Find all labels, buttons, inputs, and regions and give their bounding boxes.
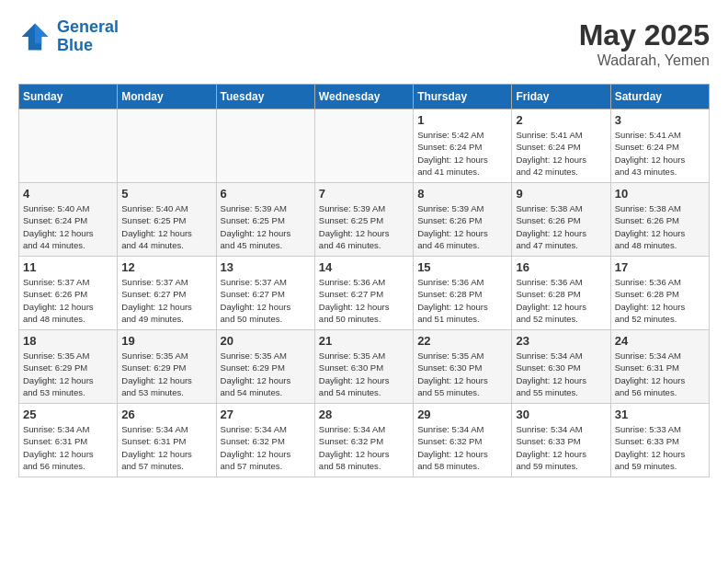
day-number: 16: [516, 260, 606, 274]
calendar-cell: 15Sunrise: 5:36 AM Sunset: 6:28 PM Dayli…: [414, 257, 512, 330]
calendar-week-row: 11Sunrise: 5:37 AM Sunset: 6:26 PM Dayli…: [19, 257, 710, 330]
day-info: Sunrise: 5:37 AM Sunset: 6:27 PM Dayligh…: [221, 276, 311, 325]
calendar-week-row: 4Sunrise: 5:40 AM Sunset: 6:24 PM Daylig…: [19, 183, 710, 257]
day-info: Sunrise: 5:37 AM Sunset: 6:26 PM Dayligh…: [23, 276, 113, 325]
calendar-cell: 25Sunrise: 5:34 AM Sunset: 6:31 PM Dayli…: [19, 404, 118, 477]
calendar-cell: 8Sunrise: 5:39 AM Sunset: 6:26 PM Daylig…: [414, 183, 512, 257]
day-info: Sunrise: 5:34 AM Sunset: 6:33 PM Dayligh…: [516, 423, 606, 472]
day-number: 21: [319, 334, 409, 348]
day-number: 8: [417, 187, 507, 201]
column-header-thursday: Thursday: [414, 85, 512, 109]
day-number: 1: [417, 113, 507, 127]
calendar-cell: 14Sunrise: 5:36 AM Sunset: 6:27 PM Dayli…: [314, 257, 413, 330]
day-info: Sunrise: 5:33 AM Sunset: 6:33 PM Dayligh…: [615, 423, 705, 472]
day-info: Sunrise: 5:35 AM Sunset: 6:29 PM Dayligh…: [121, 350, 211, 398]
calendar-cell: 31Sunrise: 5:33 AM Sunset: 6:33 PM Dayli…: [610, 404, 709, 477]
svg-marker-1: [35, 23, 48, 43]
calendar-cell: 9Sunrise: 5:38 AM Sunset: 6:26 PM Daylig…: [512, 183, 610, 257]
day-info: Sunrise: 5:38 AM Sunset: 6:26 PM Dayligh…: [516, 202, 606, 251]
day-info: Sunrise: 5:35 AM Sunset: 6:30 PM Dayligh…: [417, 350, 507, 398]
day-info: Sunrise: 5:34 AM Sunset: 6:32 PM Dayligh…: [319, 423, 409, 472]
calendar-cell: 13Sunrise: 5:37 AM Sunset: 6:27 PM Dayli…: [216, 257, 314, 330]
logo-icon: [18, 20, 51, 53]
calendar-cell: 1Sunrise: 5:42 AM Sunset: 6:24 PM Daylig…: [414, 109, 512, 183]
day-number: 4: [23, 187, 113, 201]
day-number: 10: [615, 187, 705, 201]
calendar-cell: 5Sunrise: 5:40 AM Sunset: 6:25 PM Daylig…: [118, 183, 216, 257]
calendar-cell: 11Sunrise: 5:37 AM Sunset: 6:26 PM Dayli…: [19, 257, 118, 330]
calendar-cell: [216, 109, 314, 183]
day-number: 2: [516, 113, 606, 127]
day-number: 15: [417, 260, 507, 274]
day-number: 23: [516, 334, 606, 348]
day-info: Sunrise: 5:34 AM Sunset: 6:31 PM Dayligh…: [23, 423, 113, 472]
calendar-week-row: 25Sunrise: 5:34 AM Sunset: 6:31 PM Dayli…: [19, 404, 710, 477]
calendar-cell: 7Sunrise: 5:39 AM Sunset: 6:25 PM Daylig…: [314, 183, 413, 257]
calendar-cell: 17Sunrise: 5:36 AM Sunset: 6:28 PM Dayli…: [610, 257, 709, 330]
day-number: 13: [221, 260, 311, 274]
day-info: Sunrise: 5:36 AM Sunset: 6:28 PM Dayligh…: [516, 276, 606, 325]
day-number: 17: [615, 260, 705, 274]
day-number: 20: [221, 334, 311, 348]
calendar-cell: 2Sunrise: 5:41 AM Sunset: 6:24 PM Daylig…: [512, 109, 610, 183]
day-number: 26: [121, 408, 211, 421]
calendar-cell: 29Sunrise: 5:34 AM Sunset: 6:32 PM Dayli…: [414, 404, 512, 477]
column-header-friday: Friday: [512, 85, 610, 109]
day-info: Sunrise: 5:37 AM Sunset: 6:27 PM Dayligh…: [121, 276, 211, 325]
day-info: Sunrise: 5:34 AM Sunset: 6:31 PM Dayligh…: [121, 423, 211, 472]
calendar-header-row: SundayMondayTuesdayWednesdayThursdayFrid…: [19, 85, 710, 109]
day-number: 3: [615, 113, 705, 127]
day-number: 29: [417, 408, 507, 421]
column-header-tuesday: Tuesday: [216, 85, 314, 109]
calendar-cell: 26Sunrise: 5:34 AM Sunset: 6:31 PM Dayli…: [118, 404, 216, 477]
day-info: Sunrise: 5:35 AM Sunset: 6:29 PM Dayligh…: [23, 350, 113, 398]
day-number: 27: [221, 408, 311, 421]
column-header-monday: Monday: [118, 85, 216, 109]
calendar-cell: 30Sunrise: 5:34 AM Sunset: 6:33 PM Dayli…: [512, 404, 610, 477]
day-number: 28: [319, 408, 409, 421]
month-year: May 2025: [579, 18, 710, 52]
column-header-sunday: Sunday: [19, 85, 118, 109]
day-info: Sunrise: 5:34 AM Sunset: 6:32 PM Dayligh…: [417, 423, 507, 472]
day-number: 30: [516, 408, 606, 421]
day-number: 6: [221, 187, 311, 201]
day-info: Sunrise: 5:39 AM Sunset: 6:25 PM Dayligh…: [319, 202, 409, 251]
day-number: 14: [319, 260, 409, 274]
calendar-cell: 20Sunrise: 5:35 AM Sunset: 6:29 PM Dayli…: [216, 330, 314, 404]
day-number: 7: [319, 187, 409, 201]
day-info: Sunrise: 5:38 AM Sunset: 6:26 PM Dayligh…: [615, 202, 705, 251]
day-number: 12: [121, 260, 211, 274]
logo-line1: General: [57, 17, 119, 36]
calendar-cell: 6Sunrise: 5:39 AM Sunset: 6:25 PM Daylig…: [216, 183, 314, 257]
day-number: 9: [516, 187, 606, 201]
page-header: General Blue May 2025 Wadarah, Yemen: [18, 18, 710, 69]
title-block: May 2025 Wadarah, Yemen: [579, 18, 710, 69]
column-header-saturday: Saturday: [610, 85, 709, 109]
day-info: Sunrise: 5:41 AM Sunset: 6:24 PM Dayligh…: [516, 129, 606, 178]
calendar-cell: 10Sunrise: 5:38 AM Sunset: 6:26 PM Dayli…: [610, 183, 709, 257]
logo-text: General Blue: [57, 18, 119, 55]
location: Wadarah, Yemen: [579, 52, 710, 69]
day-info: Sunrise: 5:42 AM Sunset: 6:24 PM Dayligh…: [417, 129, 507, 178]
logo-line2: Blue: [57, 36, 93, 54]
calendar-cell: [19, 109, 118, 183]
calendar-cell: 16Sunrise: 5:36 AM Sunset: 6:28 PM Dayli…: [512, 257, 610, 330]
column-header-wednesday: Wednesday: [314, 85, 413, 109]
day-info: Sunrise: 5:35 AM Sunset: 6:29 PM Dayligh…: [221, 350, 311, 398]
day-info: Sunrise: 5:36 AM Sunset: 6:28 PM Dayligh…: [615, 276, 705, 325]
day-info: Sunrise: 5:34 AM Sunset: 6:32 PM Dayligh…: [221, 423, 311, 472]
calendar-cell: 3Sunrise: 5:41 AM Sunset: 6:24 PM Daylig…: [610, 109, 709, 183]
calendar-cell: [314, 109, 413, 183]
calendar-cell: 23Sunrise: 5:34 AM Sunset: 6:30 PM Dayli…: [512, 330, 610, 404]
calendar-cell: 22Sunrise: 5:35 AM Sunset: 6:30 PM Dayli…: [414, 330, 512, 404]
calendar-cell: [118, 109, 216, 183]
day-number: 11: [23, 260, 113, 274]
calendar-cell: 4Sunrise: 5:40 AM Sunset: 6:24 PM Daylig…: [19, 183, 118, 257]
day-number: 25: [23, 408, 113, 421]
day-info: Sunrise: 5:35 AM Sunset: 6:30 PM Dayligh…: [319, 350, 409, 398]
calendar-cell: 12Sunrise: 5:37 AM Sunset: 6:27 PM Dayli…: [118, 257, 216, 330]
calendar-week-row: 1Sunrise: 5:42 AM Sunset: 6:24 PM Daylig…: [19, 109, 710, 183]
day-info: Sunrise: 5:34 AM Sunset: 6:30 PM Dayligh…: [516, 350, 606, 398]
day-info: Sunrise: 5:36 AM Sunset: 6:28 PM Dayligh…: [417, 276, 507, 325]
day-number: 19: [121, 334, 211, 348]
